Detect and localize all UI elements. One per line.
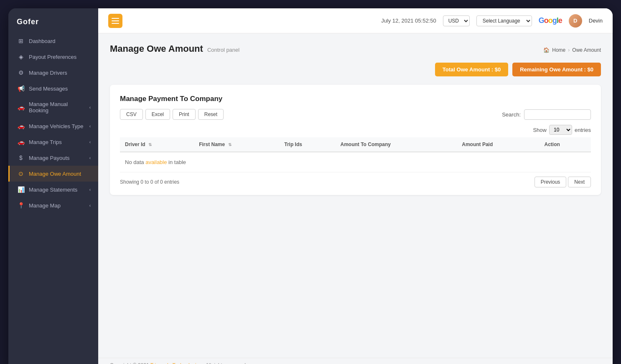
entries-label: entries xyxy=(575,127,591,133)
col-amount-to-company: Amount To Company xyxy=(335,137,457,152)
main-area: July 12, 2021 05:52:50 USD EUR GBP Selec… xyxy=(98,8,613,364)
topbar: July 12, 2021 05:52:50 USD EUR GBP Selec… xyxy=(98,8,613,33)
sidebar-item-label: Manage Drivers xyxy=(29,70,67,76)
manual-booking-icon: 🚗 xyxy=(17,104,25,111)
card-title: Manage Payment To Company xyxy=(120,95,591,103)
map-icon: 📍 xyxy=(17,202,25,209)
google-logo: Google xyxy=(539,16,562,25)
pagination-row: Showing 0 to 0 of 0 entries Previous Nex… xyxy=(120,177,591,187)
chevron-icon: ‹ xyxy=(89,105,91,110)
sort-icon: ⇅ xyxy=(228,142,232,147)
page-title: Manage Owe Amount xyxy=(110,43,203,54)
breadcrumb-home[interactable]: Home xyxy=(552,47,565,53)
sidebar-item-manage-payouts[interactable]: $ Manage Payouts ‹ xyxy=(8,150,98,166)
owe-actions: Total Owe Amount : $0 Remaining Owe Amou… xyxy=(110,63,601,76)
payment-table: Driver Id ⇅ First Name ⇅ Trip Ids xyxy=(120,137,591,172)
sidebar-item-manage-owe-amount[interactable]: ⊙ Manage Owe Amount xyxy=(8,166,98,182)
sidebar-item-label: Manage Owe Amount xyxy=(29,171,81,177)
sidebar-item-manage-vehicles-type[interactable]: 🚗 Manage Vehicles Type ‹ xyxy=(8,118,98,134)
dashboard-icon: ⊞ xyxy=(17,38,25,44)
payouts-icon: $ xyxy=(17,154,25,161)
sidebar-nav: ⊞ Dashboard ◈ Payout Preferences ⚙ Manag… xyxy=(8,33,98,364)
print-button[interactable]: Print xyxy=(173,109,196,120)
home-icon: 🏠 xyxy=(543,47,550,53)
sort-icon: ⇅ xyxy=(148,142,152,147)
footer-rights: . All rights reserved. xyxy=(203,362,247,364)
table-buttons: CSV Excel Print Reset xyxy=(120,109,224,120)
col-first-name[interactable]: First Name ⇅ xyxy=(194,137,279,152)
col-action: Action xyxy=(539,137,591,152)
no-data-cell: No data available in table xyxy=(120,152,591,172)
search-input[interactable] xyxy=(524,109,591,120)
owe-amount-icon: ⊙ xyxy=(17,170,25,177)
entries-select[interactable]: 10 25 50 100 xyxy=(549,125,572,135)
sidebar-item-manage-statements[interactable]: 📊 Manage Statements ‹ xyxy=(8,182,98,197)
svg-rect-0 xyxy=(112,18,119,19)
sidebar-item-label: Manage Vehicles Type xyxy=(29,123,84,129)
sidebar-item-label: Payout Preferences xyxy=(29,54,76,60)
language-selector[interactable]: Select Language English French Spanish xyxy=(476,15,532,26)
chevron-icon: ‹ xyxy=(89,140,91,144)
col-trip-ids: Trip Ids xyxy=(279,137,335,152)
csv-button[interactable]: CSV xyxy=(120,109,143,120)
excel-button[interactable]: Excel xyxy=(145,109,170,120)
currency-selector[interactable]: USD EUR GBP xyxy=(443,15,470,26)
chevron-icon: ‹ xyxy=(89,124,91,129)
sidebar-item-label: Dashboard xyxy=(29,38,56,44)
avatar: D xyxy=(569,14,582,28)
content-area: Manage Owe Amount Control panel 🏠 Home ›… xyxy=(98,33,613,358)
show-entries-control: Show 10 25 50 100 entries xyxy=(120,125,591,135)
sidebar-item-label: Manage Statements xyxy=(29,187,77,193)
sidebar-item-label: Manage Payouts xyxy=(29,155,70,161)
previous-button[interactable]: Previous xyxy=(534,177,567,187)
page-header-left: Manage Owe Amount Control panel xyxy=(110,43,239,54)
sidebar-item-manage-map[interactable]: 📍 Manage Map ‹ xyxy=(8,197,98,213)
trips-icon: 🚗 xyxy=(17,139,25,145)
sidebar-item-dashboard[interactable]: ⊞ Dashboard xyxy=(8,33,98,49)
reset-button[interactable]: Reset xyxy=(198,109,224,120)
svg-rect-2 xyxy=(112,23,119,24)
table-controls: CSV Excel Print Reset Search: xyxy=(120,109,591,120)
menu-button[interactable] xyxy=(108,14,122,28)
showing-text: Showing 0 to 0 of 0 entries xyxy=(120,179,179,185)
table-body: No data available in table xyxy=(120,152,591,172)
messages-icon: 📢 xyxy=(17,85,25,92)
sidebar-item-label: Send Messages xyxy=(29,86,68,92)
page-subtitle: Control panel xyxy=(207,47,239,53)
datetime-display: July 12, 2021 05:52:50 xyxy=(381,18,436,24)
show-label: Show xyxy=(533,127,547,133)
sidebar-item-label: Manage Manual Booking xyxy=(29,101,85,114)
col-amount-paid: Amount Paid xyxy=(457,137,539,152)
sidebar-item-label: Manage Trips xyxy=(29,139,62,145)
footer-copyright: Copyright © 2021 xyxy=(110,362,149,364)
sidebar: Gofer ⊞ Dashboard ◈ Payout Preferences ⚙… xyxy=(8,8,98,364)
statements-icon: 📊 xyxy=(17,186,25,193)
sidebar-item-label: Manage Map xyxy=(29,202,61,209)
pagination-buttons: Previous Next xyxy=(534,177,591,187)
sidebar-item-manage-drivers[interactable]: ⚙ Manage Drivers xyxy=(8,65,98,81)
remaining-owe-amount-button[interactable]: Remaining Owe Amount : $0 xyxy=(512,63,601,76)
total-owe-amount-button[interactable]: Total Owe Amount : $0 xyxy=(435,63,508,76)
chevron-icon: ‹ xyxy=(89,187,91,192)
table-search: Search: xyxy=(502,109,591,120)
payout-icon: ◈ xyxy=(17,53,25,60)
table-empty-row: No data available in table xyxy=(120,152,591,172)
col-driver-id[interactable]: Driver Id ⇅ xyxy=(120,137,194,152)
breadcrumb-current: Owe Amount xyxy=(572,47,601,53)
payment-card: Manage Payment To Company CSV Excel Prin… xyxy=(110,85,601,195)
username-display: Devin xyxy=(589,18,603,24)
sidebar-item-payout-preferences[interactable]: ◈ Payout Preferences xyxy=(8,49,98,65)
vehicles-icon: 🚗 xyxy=(17,123,25,129)
search-label: Search: xyxy=(502,111,521,118)
sidebar-item-manage-manual-booking[interactable]: 🚗 Manage Manual Booking ‹ xyxy=(8,96,98,118)
drivers-icon: ⚙ xyxy=(17,69,25,76)
next-button[interactable]: Next xyxy=(568,177,591,187)
sidebar-item-send-messages[interactable]: 📢 Send Messages xyxy=(8,81,98,96)
page-header: Manage Owe Amount Control panel 🏠 Home ›… xyxy=(110,43,601,54)
chevron-icon: ‹ xyxy=(89,156,91,160)
footer: Copyright © 2021 Trioangle Technologies … xyxy=(98,358,613,364)
sidebar-item-manage-trips[interactable]: 🚗 Manage Trips ‹ xyxy=(8,134,98,150)
footer-company-link[interactable]: Trioangle Technologies xyxy=(150,362,202,364)
breadcrumb: 🏠 Home › Owe Amount xyxy=(543,47,601,53)
chevron-icon: ‹ xyxy=(89,203,91,208)
